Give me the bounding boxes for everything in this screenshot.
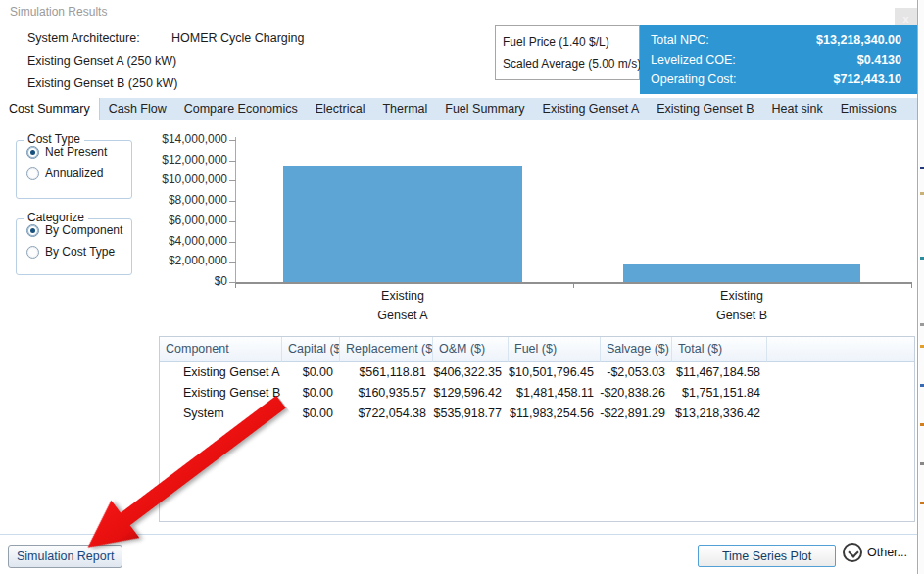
- chevron-down-circle-icon: [843, 543, 862, 562]
- row-value-cell: $11,983,254.56: [508, 404, 600, 424]
- column-header: Total ($): [671, 337, 766, 362]
- simulation-report-button[interactable]: Simulation Report: [8, 545, 122, 568]
- background-window-sliver: [919, 0, 924, 574]
- y-tick-label: $6,000,000: [118, 214, 227, 227]
- background-speck: [920, 257, 924, 260]
- row-value-cell: $535,918.77: [432, 404, 508, 424]
- row-value-cell: $160,935.57: [339, 383, 432, 404]
- x-tick-mark: [573, 284, 574, 288]
- row-component-cell: Existing Genset B: [160, 383, 281, 404]
- row-value-cell: $0.00: [281, 404, 339, 424]
- y-tick-label: $2,000,000: [118, 254, 227, 267]
- y-tick-mark: [229, 140, 236, 141]
- row-value-cell: $406,322.35: [432, 362, 508, 383]
- row-component-cell: System: [160, 404, 281, 424]
- column-header: Fuel ($): [508, 337, 600, 362]
- background-speck: [920, 502, 924, 504]
- bar-existing-genset-b: [623, 264, 860, 282]
- row-value-cell: $1,751,151.84: [671, 383, 766, 404]
- background-speck: [920, 384, 924, 387]
- row-value-cell: $10,501,796.45: [508, 362, 600, 383]
- column-header: Capital ($): [281, 337, 339, 362]
- cost-table: ComponentCapital ($)Replacement ($)O&M (…: [159, 336, 915, 522]
- row-value-cell: -$20,838.26: [600, 383, 671, 404]
- column-header-filler: [766, 337, 914, 362]
- row-value-cell: $1,481,458.11: [508, 383, 600, 404]
- y-tick-label: $8,000,000: [118, 193, 227, 207]
- row-filler-cell: [766, 362, 914, 383]
- background-speck: [920, 192, 924, 195]
- row-value-cell: $0.00: [281, 362, 339, 383]
- row-value-cell: $13,218,336.42: [671, 404, 766, 424]
- row-value-cell: $0.00: [281, 383, 339, 404]
- column-header: Component: [160, 337, 281, 362]
- y-tick-mark: [229, 282, 236, 283]
- y-tick-label: $0: [118, 274, 227, 288]
- background-speck: [920, 167, 924, 169]
- bar-existing-genset-a: [283, 166, 522, 282]
- y-tick-label: $10,000,000: [118, 172, 227, 186]
- y-tick-mark: [229, 262, 236, 263]
- y-tick-mark: [229, 180, 236, 181]
- time-series-plot-button[interactable]: Time Series Plot: [698, 545, 836, 567]
- y-axis-line: [235, 137, 236, 282]
- column-header: Salvage ($): [600, 337, 671, 362]
- row-value-cell: -$22,891.29: [600, 404, 671, 424]
- row-value-cell: $722,054.38: [339, 404, 432, 424]
- column-header: Replacement ($): [339, 337, 432, 362]
- y-tick-mark: [229, 221, 236, 222]
- other-label: Other...: [867, 546, 907, 559]
- background-speck: [920, 345, 924, 348]
- row-filler-cell: [766, 404, 914, 424]
- x-category-label: Existing Genset A: [334, 286, 471, 325]
- row-component-cell: Existing Genset A: [160, 362, 281, 383]
- other-menu-button[interactable]: Other...: [843, 543, 907, 562]
- x-category-label: Existing Genset B: [673, 286, 810, 325]
- x-tick-mark: [235, 284, 236, 288]
- background-speck: [920, 423, 924, 426]
- row-filler-cell: [766, 383, 914, 404]
- y-tick-label: $12,000,000: [118, 153, 227, 167]
- footer-divider: [0, 534, 918, 535]
- background-speck: [920, 323, 924, 326]
- simulation-results-window: Simulation Results x System Architecture…: [0, 0, 918, 574]
- row-value-cell: -$2,053.03: [600, 362, 671, 383]
- row-value-cell: $561,118.81: [339, 362, 432, 383]
- x-tick-mark: [911, 284, 912, 288]
- column-header: O&M ($): [432, 337, 508, 362]
- cost-summary-bar-chart: $14,000,000$12,000,000$10,000,000$8,000,…: [0, 0, 918, 328]
- row-value-cell: $129,596.42: [432, 383, 508, 404]
- y-tick-label: $4,000,000: [118, 234, 227, 248]
- y-tick-mark: [229, 242, 236, 243]
- y-tick-mark: [229, 201, 236, 202]
- y-tick-mark: [229, 161, 236, 162]
- background-speck: [920, 462, 924, 465]
- row-value-cell: $11,467,184.58: [671, 362, 766, 383]
- y-tick-label: $14,000,000: [118, 132, 227, 146]
